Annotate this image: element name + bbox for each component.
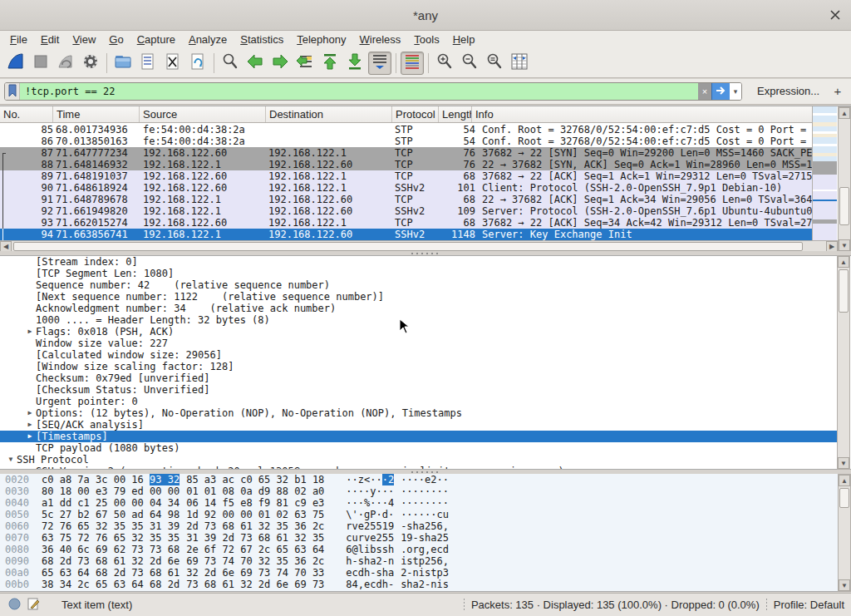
menu-capture[interactable]: Capture bbox=[130, 32, 182, 47]
detail-line-seq-ack[interactable]: ▶[SEQ/ACK analysis] bbox=[0, 419, 837, 431]
menu-tools[interactable]: Tools bbox=[407, 32, 445, 47]
detail-line[interactable]: [Window size scaling factor: 128] bbox=[0, 361, 837, 372]
menu-file[interactable]: File bbox=[3, 32, 34, 47]
status-profile[interactable]: Profile: Default bbox=[774, 599, 844, 611]
detail-line-flags[interactable]: ▶Flags: 0x018 (PSH, ACK) bbox=[0, 326, 837, 338]
capture-comment-icon[interactable] bbox=[27, 598, 40, 613]
go-forward-button[interactable] bbox=[268, 52, 292, 75]
start-capture-button[interactable] bbox=[4, 52, 27, 75]
scroll-thumb[interactable] bbox=[839, 187, 849, 225]
go-last-button[interactable] bbox=[343, 52, 366, 75]
resize-columns-button[interactable] bbox=[508, 52, 531, 75]
column-header-length[interactable]: Length bbox=[439, 106, 472, 122]
save-file-button[interactable] bbox=[136, 52, 160, 75]
detail-line[interactable]: [Next sequence number: 1122 (relative se… bbox=[0, 291, 837, 303]
add-filter-button[interactable]: + bbox=[829, 82, 846, 101]
packet-row-93[interactable]: 9371.662015274192.168.122.60192.168.122.… bbox=[0, 217, 812, 229]
column-header-no[interactable]: No. bbox=[0, 106, 53, 122]
scroll-down-icon[interactable]: ▼ bbox=[839, 239, 850, 251]
detail-line[interactable]: 1000 .... = Header Length: 32 bytes (8) bbox=[0, 314, 837, 326]
menu-help[interactable]: Help bbox=[446, 32, 482, 47]
find-packet-button[interactable] bbox=[219, 52, 242, 75]
packet-row-85[interactable]: 8568.001734936fe:54:00:d4:38:2aSTP54Conf… bbox=[0, 124, 812, 136]
packet-row-94-selected[interactable]: 9471.663856741192.168.122.1192.168.122.6… bbox=[0, 229, 812, 240]
column-header-protocol[interactable]: Protocol bbox=[392, 106, 439, 122]
detail-line[interactable]: Sequence number: 42 (relative sequence n… bbox=[0, 279, 837, 291]
details-vscrollbar[interactable]: ▲ ▼ bbox=[837, 255, 850, 470]
packet-row-87[interactable]: 8771.647777234192.168.122.60192.168.122.… bbox=[0, 147, 812, 159]
scroll-thumb[interactable] bbox=[13, 242, 803, 251]
zoom-in-button[interactable] bbox=[433, 52, 456, 75]
scroll-thumb[interactable] bbox=[839, 488, 849, 508]
hex-row[interactable]: 00a065 63 64 68 2d 73 68 6132 2d 6e 69 7… bbox=[0, 567, 851, 579]
zoom-out-button[interactable] bbox=[458, 52, 481, 75]
detail-line[interactable]: TCP payload (1080 bytes) bbox=[0, 442, 837, 454]
restart-capture-button[interactable] bbox=[54, 52, 77, 75]
scroll-up-icon[interactable]: ▲ bbox=[838, 256, 849, 268]
menu-edit[interactable]: Edit bbox=[34, 32, 66, 47]
hex-row[interactable]: 008036 40 6c 69 62 73 73 682e 6f 72 67 2… bbox=[0, 544, 851, 555]
detail-line[interactable]: Urgent pointer: 0 bbox=[0, 396, 837, 407]
scroll-up-icon[interactable]: ▲ bbox=[839, 475, 850, 486]
hex-vscrollbar[interactable]: ▲ ▼ bbox=[838, 474, 851, 592]
filter-bookmark-button[interactable] bbox=[5, 83, 20, 100]
detail-line[interactable]: [Stream index: 0] bbox=[0, 256, 837, 268]
go-back-button[interactable] bbox=[243, 52, 267, 75]
filter-apply-button[interactable] bbox=[711, 83, 730, 100]
scroll-thumb[interactable] bbox=[839, 269, 849, 313]
close-window-button[interactable] bbox=[828, 7, 843, 22]
packet-row-88[interactable]: 8871.648146932192.168.122.1192.168.122.6… bbox=[0, 159, 812, 170]
zoom-original-button[interactable] bbox=[483, 52, 506, 75]
expression-button[interactable]: Expression... bbox=[752, 82, 824, 101]
filter-history-button[interactable]: ▾ bbox=[730, 83, 741, 100]
scroll-down-icon[interactable]: ▼ bbox=[839, 579, 850, 591]
packet-row-91[interactable]: 9171.648789678192.168.122.1192.168.122.6… bbox=[0, 194, 812, 205]
detail-line[interactable]: [TCP Segment Len: 1080] bbox=[0, 268, 837, 279]
packet-row-89[interactable]: 8971.648191037192.168.122.60192.168.122.… bbox=[0, 170, 812, 182]
titlebar[interactable]: *any bbox=[0, 0, 851, 31]
packet-list-vscrollbar[interactable]: ▲ ▼ bbox=[838, 106, 851, 252]
column-header-source[interactable]: Source bbox=[140, 106, 266, 122]
hex-row[interactable]: 00505c 27 b2 67 50 ad 64 981d 92 00 00 0… bbox=[0, 509, 851, 520]
hex-row[interactable]: 007063 75 72 76 65 32 35 3531 39 2d 73 6… bbox=[0, 532, 851, 544]
menu-wireless[interactable]: Wireless bbox=[353, 32, 408, 47]
menu-go[interactable]: Go bbox=[102, 32, 130, 47]
hex-row[interactable]: 006072 76 65 32 35 35 31 392d 73 68 61 3… bbox=[0, 520, 851, 532]
detail-line[interactable]: Acknowledgment number: 34 (relative ack … bbox=[0, 303, 837, 314]
reload-file-button[interactable] bbox=[186, 52, 209, 75]
detail-line[interactable]: Window size value: 227 bbox=[0, 338, 837, 349]
scroll-up-icon[interactable]: ▲ bbox=[839, 107, 850, 119]
go-first-button[interactable] bbox=[318, 52, 342, 75]
column-header-destination[interactable]: Destination bbox=[266, 106, 392, 122]
menu-statistics[interactable]: Statistics bbox=[234, 32, 290, 47]
packet-row-86[interactable]: 8670.013850163fe:54:00:d4:38:2aSTP54Conf… bbox=[0, 136, 812, 147]
hex-row[interactable]: 0040a1 dd c1 25 00 00 04 3406 14 f5 e8 f… bbox=[0, 497, 851, 509]
packet-minimap[interactable] bbox=[812, 106, 837, 240]
auto-scroll-button[interactable] bbox=[368, 52, 391, 75]
colorize-button[interactable] bbox=[401, 52, 424, 75]
detail-line-timestamps-selected[interactable]: ▶[Timestamps] bbox=[0, 431, 837, 442]
capture-options-button[interactable] bbox=[79, 52, 102, 75]
packet-row-92[interactable]: 9271.661949820192.168.122.1192.168.122.6… bbox=[0, 205, 812, 217]
go-to-packet-button[interactable] bbox=[293, 52, 317, 75]
detail-line[interactable]: Checksum: 0x79ed [unverified] bbox=[0, 372, 837, 384]
packet-row-90[interactable]: 9071.648618924192.168.122.60192.168.122.… bbox=[0, 182, 812, 194]
hex-row[interactable]: 0020c0 a8 7a 3c 00 16 93 3285 a3 ac c0 6… bbox=[0, 474, 851, 485]
packet-list-hscrollbar[interactable]: ◀ ▶ bbox=[0, 240, 838, 252]
column-header-time[interactable]: Time bbox=[53, 106, 140, 122]
detail-line[interactable]: [Calculated window size: 29056] bbox=[0, 349, 837, 361]
detail-line[interactable]: [Checksum Status: Unverified] bbox=[0, 384, 837, 396]
stop-capture-button[interactable] bbox=[29, 52, 52, 75]
column-header-info[interactable]: Info bbox=[472, 106, 812, 122]
menu-view[interactable]: View bbox=[66, 32, 102, 47]
filter-clear-button[interactable]: × bbox=[698, 83, 711, 100]
hex-row[interactable]: 00b038 34 2c 65 63 64 68 2d73 68 61 32 2… bbox=[0, 579, 851, 590]
scroll-down-icon[interactable]: ▼ bbox=[838, 457, 849, 469]
menu-analyze[interactable]: Analyze bbox=[182, 32, 234, 47]
display-filter-input[interactable] bbox=[20, 83, 698, 100]
hex-row[interactable]: 009068 2d 73 68 61 32 2d 6e69 73 74 70 3… bbox=[0, 555, 851, 567]
detail-line-options[interactable]: ▶Options: (12 bytes), No-Operation (NOP)… bbox=[0, 407, 837, 419]
expert-info-icon[interactable] bbox=[8, 598, 21, 613]
detail-line-ssh-protocol[interactable]: ▼SSH Protocol bbox=[0, 454, 837, 466]
close-file-button[interactable] bbox=[161, 52, 184, 75]
